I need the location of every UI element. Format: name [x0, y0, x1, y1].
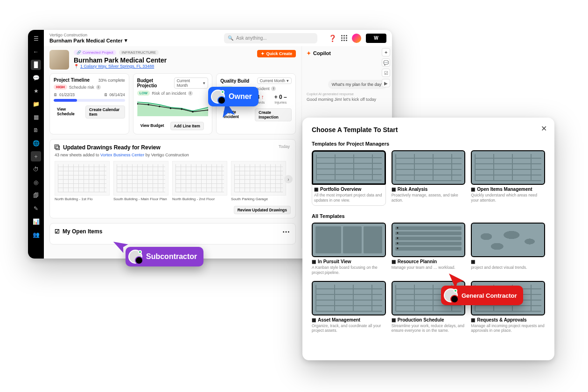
video-icon[interactable]: ▶: [382, 79, 390, 87]
template-card[interactable]: ▦ Resource PlanninManage your team and ……: [392, 223, 466, 275]
template-card[interactable]: ▦ project and detect visual trends.: [471, 223, 545, 275]
star-icon[interactable]: ★: [31, 86, 41, 96]
template-card[interactable]: ▦ In Pursuit ViewA Kanban style board fo…: [312, 223, 386, 275]
template-preview: [312, 281, 386, 315]
close-icon[interactable]: ✕: [541, 124, 547, 133]
layout-icon: ▦: [312, 259, 316, 264]
view-schedule-button[interactable]: View Schedule: [54, 105, 83, 119]
timeline-progress: [54, 99, 125, 102]
check-icon[interactable]: ☑: [382, 69, 390, 77]
drawing-item[interactable]: South Building - Main Floor Plan: [113, 161, 168, 201]
layout-icon: ▦: [471, 317, 475, 322]
chat-icon[interactable]: 💬: [31, 73, 41, 83]
template-desc: All the most important project data and …: [314, 193, 384, 203]
meter-icon[interactable]: ⏱: [31, 164, 41, 175]
next-arrow-icon[interactable]: ›: [284, 175, 293, 183]
template-desc: Quickly understand which areas need your…: [471, 193, 545, 203]
info-icon[interactable]: i: [188, 91, 193, 96]
add-line-item-button[interactable]: Add Line Item: [170, 122, 204, 130]
quality-range-select[interactable]: Current Month ▾: [257, 77, 292, 84]
template-card[interactable]: ▦ Portfolio OverviewAll the most importa…: [312, 150, 386, 206]
template-name: ▦: [471, 259, 545, 264]
grid-icon[interactable]: ▦: [31, 112, 41, 122]
sparkle-icon: ✦: [261, 51, 265, 56]
info-icon[interactable]: i: [96, 85, 101, 90]
drawing-item[interactable]: North Building - 2nd Floor: [172, 161, 227, 201]
chevron-down-icon: ▾: [125, 37, 127, 43]
layout-icon: ▦: [471, 187, 475, 192]
back-icon[interactable]: ←: [31, 47, 41, 57]
template-desc: Manage your team and … workload.: [392, 265, 466, 270]
project-address[interactable]: 1 Galaxy Way, Silver Springs, FL 33488: [80, 64, 154, 69]
globe-icon[interactable]: 🌐: [31, 138, 41, 148]
user-message: What's my plan for the day?: [328, 80, 387, 89]
user-avatar[interactable]: [352, 34, 361, 43]
spark-icon[interactable]: ✦: [382, 48, 390, 56]
add-icon[interactable]: ＋: [31, 151, 41, 161]
template-preview: [312, 223, 386, 257]
doc-icon[interactable]: 🗎: [31, 125, 41, 135]
drawings-link[interactable]: Vortex Business Center: [100, 153, 144, 157]
template-card[interactable]: ▦ Asset ManagementOrganize, track, and c…: [312, 281, 386, 333]
checklist-icon: ☑: [55, 228, 60, 235]
info-icon[interactable]: i: [271, 86, 276, 91]
template-desc: A Kanban style board focusing on the pro…: [312, 265, 386, 275]
calendar-icon: 🗓: [104, 92, 108, 97]
timeline-title: Project Timeline: [54, 77, 90, 83]
create-inspection-button[interactable]: Create Inspection: [255, 108, 292, 121]
project-thumbnail: [49, 50, 69, 70]
project-title: Burnham Park Medical Center: [74, 56, 252, 64]
drawings-subtitle: 43 new sheets added to Vortex Business C…: [55, 153, 291, 157]
template-name: ▦ Requests & Approvals: [471, 317, 545, 322]
template-preview: [392, 150, 466, 185]
budget-range-select[interactable]: Current Month ▾: [174, 77, 209, 89]
template-name: ▦ Asset Management: [312, 317, 386, 322]
copilot-icon: ✦: [307, 50, 311, 56]
layout-icon: ▦: [392, 317, 396, 322]
chart-icon[interactable]: 📊: [31, 217, 41, 227]
template-modal: Choose A Template To Start ✕ Templates f…: [302, 118, 554, 360]
svg-point-1: [147, 104, 149, 105]
layout-icon: ▦: [392, 187, 396, 192]
template-desc: Manage all incoming project requests and…: [471, 323, 545, 333]
people-icon[interactable]: 👥: [31, 230, 41, 240]
review-drawings-button[interactable]: Review Updated Drawings: [234, 206, 291, 214]
sidebar-item-projects[interactable]: ▉: [31, 60, 41, 70]
help-icon[interactable]: ❓: [329, 35, 336, 42]
sub-callout: Subcontractor: [126, 247, 203, 266]
svg-point-4: [181, 108, 182, 110]
template-preview: [392, 223, 466, 257]
pin-icon: 📍: [74, 64, 79, 69]
folder-icon[interactable]: 📁: [31, 99, 41, 109]
view-budget-button[interactable]: View Budget: [137, 122, 168, 130]
brand-button[interactable]: W: [366, 34, 386, 43]
more-icon[interactable]: ⋯: [282, 227, 290, 236]
edit-icon[interactable]: ✎: [31, 203, 41, 214]
message-icon[interactable]: 💬: [382, 58, 390, 67]
template-preview: [312, 150, 386, 185]
menu-icon[interactable]: ☰: [31, 34, 41, 44]
section-pm-title: Templates for Project Managers: [312, 141, 545, 147]
open-items-panel: ☑My Open Items ⋯: [49, 223, 296, 245]
project-header: 🔗 Connected Project INFRASTRUCTURE Burnh…: [49, 50, 296, 70]
calendar-icon: 🗓: [54, 92, 58, 97]
drawings-panel: ⿻Updated Drawings Ready for Review Today…: [49, 139, 296, 218]
svg-point-5: [192, 111, 193, 112]
quick-create-button[interactable]: ✦ Quick Create: [257, 50, 296, 57]
modal-title: Choose A Template To Start: [312, 126, 545, 133]
search-input[interactable]: 🔍 Ask anything...: [224, 33, 317, 43]
apps-icon[interactable]: [341, 35, 347, 41]
template-preview: [471, 223, 545, 257]
panel-timestamp: Today: [279, 144, 290, 149]
budget-sparkline: [137, 98, 209, 116]
drawing-item[interactable]: North Building - 1st Flo: [55, 161, 110, 201]
create-calendar-button[interactable]: Create Calendar Item: [85, 105, 125, 119]
template-card[interactable]: ▦ Risk AnalysisProactively manage, asses…: [392, 150, 466, 206]
quality-title: Quality Build: [220, 78, 249, 84]
template-card[interactable]: ▦ Open Items ManagementQuickly understan…: [471, 150, 545, 206]
radar-icon[interactable]: ◎: [31, 177, 41, 188]
layout-icon: ▦: [314, 187, 318, 192]
drawing-item[interactable]: South Parking Garage: [231, 161, 286, 201]
project-selector[interactable]: Burnham Park Medical Center ▾: [49, 37, 127, 43]
page-icon[interactable]: 🗐: [31, 190, 41, 201]
